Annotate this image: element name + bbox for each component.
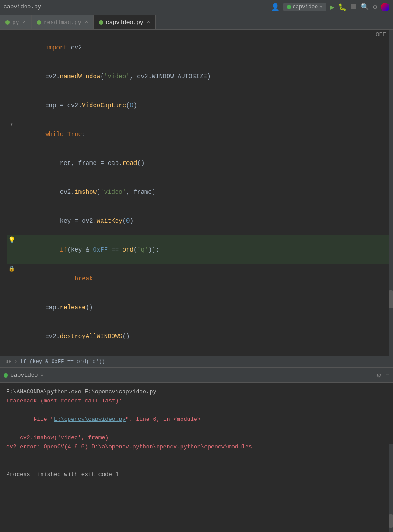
code-line-8: 💡 if(key & 0xFF == ord('q')):: [7, 235, 393, 264]
tabs-bar: py × readimag.py × capvideo.py × ⋮: [0, 14, 393, 30]
stop-icon[interactable]: ⏹: [350, 3, 357, 11]
title-bar: capvideo.py 👤 capvideo ▾ ▶ 🐛 ⏹ 🔍 ⚙: [0, 0, 393, 14]
terminal-area: capvideo × ⚙ − E:\ANACONDA\python.exe E:…: [0, 368, 393, 532]
code-text-4[interactable]: while True:: [16, 120, 393, 149]
breadcrumb-part1: ue: [5, 359, 11, 365]
code-line-6: cv2.imshow('video', frame): [7, 178, 393, 206]
code-line-4: ▾ while True:: [7, 120, 393, 149]
terminal-line-8: Process finished with exit code 1: [6, 470, 387, 479]
code-line-10: cap.release(): [7, 293, 393, 322]
terminal-line-3: File "E:\opencv\capvideo.py", line 6, in…: [6, 406, 387, 433]
code-line-2: cv2.namedWindow('video', cv2.WINDOW_AUTO…: [7, 62, 393, 91]
tab-capvideo-close[interactable]: ×: [147, 19, 150, 25]
gutter-8[interactable]: 💡: [7, 235, 16, 245]
gutter-4[interactable]: ▾: [7, 120, 16, 130]
search-icon[interactable]: 🔍: [361, 3, 369, 11]
terminal-line-2: Traceback (most recent call last):: [6, 396, 387, 406]
tab-readimag-close[interactable]: ×: [85, 19, 88, 25]
tabs-more-button[interactable]: ⋮: [379, 15, 393, 29]
code-text-11[interactable]: cv2.destroyAllWINDOWS(): [16, 322, 393, 351]
terminal-line-7: [6, 461, 387, 470]
terminal-minimize-icon[interactable]: −: [385, 371, 389, 380]
breadcrumb-arrow: ›: [14, 359, 17, 365]
settings-icon[interactable]: ⚙: [373, 3, 377, 11]
code-line-11: cv2.destroyAllWINDOWS(): [7, 322, 393, 351]
python-indicator[interactable]: capvideo ▾: [283, 3, 326, 11]
terminal-gear-icon[interactable]: ⚙: [377, 371, 381, 380]
tab-py-dot: [5, 20, 10, 24]
terminal-tab-close[interactable]: ×: [40, 372, 43, 378]
code-container: import cv2 cv2.namedWindow('video', cv2.…: [0, 30, 393, 354]
terminal-line-4: cv2.imshow('video', frame): [6, 433, 387, 442]
breadcrumb-part2: if (key & 0xFF == ord('q')): [20, 359, 105, 365]
terminal-scrollbar-thumb[interactable]: [389, 514, 393, 528]
code-line-7: key = cv2.waitKey(0): [7, 206, 393, 235]
tab-capvideo-label: capvideo.py: [106, 19, 144, 26]
logo-icon: [381, 3, 389, 11]
scrollbar-thumb[interactable]: [389, 290, 393, 308]
terminal-scrollbar-track[interactable]: [389, 444, 393, 532]
status-bar: ue › if (key & 0xFF == ord('q')): [0, 356, 393, 368]
user-icon[interactable]: 👤: [271, 3, 280, 11]
terminal-line-1: E:\ANACONDA\python.exe E:\opencv\capvide…: [6, 387, 387, 396]
code-text-7[interactable]: key = cv2.waitKey(0): [16, 206, 393, 235]
terminal-file-suffix: ", line 6, in <module>: [126, 416, 201, 423]
code-text-3[interactable]: cap = cv2.VideoCapture(0): [16, 91, 393, 120]
code-line-3: cap = cv2.VideoCapture(0): [7, 91, 393, 120]
code-text-9[interactable]: break: [16, 264, 393, 293]
code-text-8[interactable]: if(key & 0xFF == ord('q')):: [16, 235, 393, 264]
lock-icon: 🔒: [8, 264, 15, 274]
title-bar-left: capvideo.py: [4, 4, 41, 10]
terminal-content: E:\ANACONDA\python.exe E:\opencv\capvide…: [0, 383, 393, 483]
lightbulb-icon[interactable]: 💡: [8, 235, 15, 245]
gutter-9[interactable]: 🔒: [7, 264, 16, 274]
run-icon[interactable]: ▶: [330, 2, 335, 12]
tab-py-close[interactable]: ×: [23, 19, 26, 25]
code-text-10[interactable]: cap.release(): [16, 293, 393, 322]
tab-capvideo[interactable]: capvideo.py ×: [94, 15, 156, 29]
debug-icon[interactable]: 🐛: [338, 3, 347, 11]
code-line-5: ret, frame = cap.read(): [7, 149, 393, 178]
title-filename: capvideo.py: [4, 4, 41, 10]
tab-capvideo-dot: [99, 20, 103, 24]
tab-py-label: py: [12, 19, 19, 26]
tab-readimag-label: readimag.py: [44, 19, 81, 26]
terminal-tab-capvideo[interactable]: capvideo ×: [4, 372, 44, 378]
terminal-python-dot: [4, 373, 8, 378]
tab-readimag[interactable]: readimag.py ×: [32, 15, 94, 29]
terminal-controls: ⚙ −: [377, 371, 389, 380]
terminal-tab-label: capvideo: [11, 372, 38, 378]
title-bar-right: 👤 capvideo ▾ ▶ 🐛 ⏹ 🔍 ⚙: [271, 2, 389, 12]
tab-readimag-dot: [37, 20, 41, 24]
terminal-file-prefix: File ": [27, 416, 54, 423]
code-text-5[interactable]: ret, frame = cap.read(): [16, 149, 393, 178]
tab-py[interactable]: py ×: [0, 15, 32, 29]
code-line-9: 🔒 break: [7, 264, 393, 293]
terminal-line-6: [6, 452, 387, 461]
code-text-2[interactable]: cv2.namedWindow('video', cv2.WINDOW_AUTO…: [16, 62, 393, 91]
scrollbar-track[interactable]: [389, 30, 393, 356]
editor-area: OFF import cv2 cv2.namedWindow('video', …: [0, 30, 393, 356]
terminal-file-link[interactable]: E:\opencv\capvideo.py: [54, 416, 126, 423]
python-dot: [287, 5, 291, 9]
code-text-6[interactable]: cv2.imshow('video', frame): [16, 178, 393, 206]
code-text-1[interactable]: import cv2: [16, 33, 393, 62]
chevron-down-icon: ▾: [319, 4, 323, 10]
terminal-tab-bar: capvideo × ⚙ −: [0, 368, 393, 383]
terminal-line-5: cv2.error: OpenCV(4.6.0) D:\a\opencv-pyt…: [6, 442, 387, 452]
fold-icon[interactable]: ▾: [10, 120, 13, 130]
code-line-1: import cv2: [7, 33, 393, 62]
